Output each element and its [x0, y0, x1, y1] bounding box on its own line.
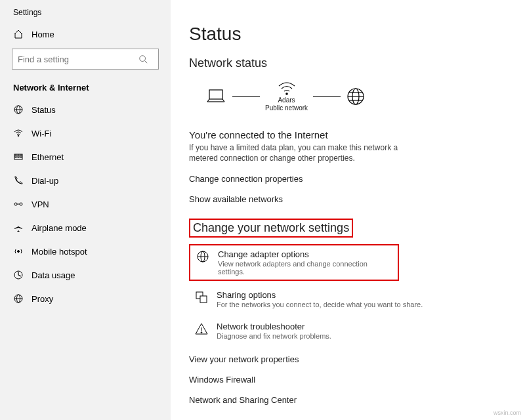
option-adapter[interactable]: Change adapter options View network adap…	[189, 244, 399, 281]
option-title: Network troubleshooter	[217, 322, 331, 331]
home-icon	[13, 29, 24, 39]
svg-point-10	[14, 203, 17, 205]
show-networks-link[interactable]: Show available networks	[189, 194, 525, 204]
sidebar-item-dialup[interactable]: Dial-up	[0, 169, 171, 192]
svg-rect-9	[20, 155, 22, 158]
sidebar-item-home[interactable]: Home	[0, 22, 171, 46]
option-troubleshoot[interactable]: Network troubleshooter Diagnose and fix …	[189, 318, 525, 344]
laptop-icon	[205, 87, 227, 106]
globe-icon	[13, 104, 24, 115]
sidebar-item-airplane[interactable]: Airplane mode	[0, 216, 171, 240]
firewall-link[interactable]: Windows Firewall	[189, 375, 525, 385]
svg-point-5	[18, 135, 19, 136]
search-input[interactable]	[12, 54, 138, 64]
sidebar-item-label: VPN	[32, 200, 49, 209]
svg-point-13	[18, 251, 20, 253]
network-type: Public network	[265, 104, 308, 112]
diagram-line	[232, 96, 260, 97]
sidebar-item-label: Ethernet	[32, 152, 64, 162]
sidebar-item-label: Home	[32, 30, 54, 39]
adapter-icon	[196, 249, 210, 264]
sidebar-item-wifi[interactable]: Wi-Fi	[0, 121, 171, 145]
sidebar-item-label: Proxy	[32, 294, 53, 304]
view-properties-link[interactable]: View your network properties	[189, 354, 525, 364]
search-box[interactable]	[12, 49, 159, 70]
sidebar-item-label: Airplane mode	[32, 223, 87, 233]
data-icon	[13, 270, 24, 280]
option-sharing[interactable]: Sharing options For the networks you con…	[189, 286, 525, 312]
diagram-line	[313, 96, 341, 97]
main-content: Status Network status Adars Public netwo…	[171, 0, 525, 420]
globe-icon	[346, 87, 366, 106]
sidebar-item-label: Mobile hotspot	[32, 247, 87, 257]
sidebar-item-label: Dial-up	[32, 176, 58, 186]
option-desc: For the networks you connect to, decide …	[217, 301, 423, 308]
search-row	[0, 46, 171, 76]
airplane-icon	[13, 222, 24, 233]
network-diagram: Adars Public network	[189, 78, 525, 115]
hotspot-icon	[13, 246, 24, 257]
sidebar-item-label: Wi-Fi	[32, 129, 51, 138]
sidebar-item-ethernet[interactable]: Ethernet	[0, 145, 171, 169]
sidebar-item-status[interactable]: Status	[0, 98, 171, 121]
page-title: Status	[189, 24, 525, 45]
connected-heading: You're connected to the Internet	[189, 129, 525, 140]
connected-desc: If you have a limited data plan, you can…	[189, 143, 412, 163]
sidebar: Settings Home Network & Internet Status …	[0, 0, 171, 420]
watermark: wsxin.com	[494, 410, 521, 416]
network-name: Adars	[278, 96, 295, 104]
sidebar-item-label: Status	[32, 105, 56, 115]
option-desc: View network adapters and change connect…	[218, 260, 392, 276]
option-title: Sharing options	[217, 290, 423, 300]
change-connection-link[interactable]: Change connection properties	[189, 174, 525, 184]
network-status-heading: Network status	[189, 56, 525, 70]
diagram-center: Adars Public network	[265, 81, 308, 112]
wifi-icon	[13, 128, 24, 138]
svg-point-11	[20, 203, 22, 205]
change-settings-heading: Change your network settings	[189, 219, 353, 238]
sidebar-item-label: Data usage	[32, 270, 75, 280]
section-header: Network & Internet	[0, 76, 171, 98]
svg-rect-29	[200, 296, 207, 303]
sidebar-item-hotspot[interactable]: Mobile hotspot	[0, 240, 171, 263]
option-desc: Diagnose and fix network problems.	[217, 332, 331, 340]
troubleshoot-icon	[194, 322, 209, 336]
sharing-center-link[interactable]: Network and Sharing Center	[189, 395, 525, 405]
svg-line-1	[145, 61, 148, 64]
svg-rect-7	[15, 155, 16, 158]
svg-point-0	[140, 56, 146, 62]
app-title: Settings	[0, 5, 171, 22]
svg-rect-8	[18, 155, 19, 158]
vpn-icon	[13, 199, 24, 209]
ethernet-icon	[13, 152, 24, 162]
phone-icon	[13, 175, 24, 186]
svg-point-31	[201, 332, 202, 333]
search-icon	[138, 54, 158, 64]
svg-point-19	[285, 93, 287, 94]
proxy-icon	[13, 293, 24, 304]
svg-rect-18	[209, 90, 222, 99]
option-title: Change adapter options	[218, 249, 392, 259]
sidebar-item-vpn[interactable]: VPN	[0, 192, 171, 216]
sharing-icon	[194, 290, 209, 304]
sidebar-item-proxy[interactable]: Proxy	[0, 287, 171, 310]
wifi-icon	[277, 81, 297, 96]
sidebar-item-data[interactable]: Data usage	[0, 263, 171, 287]
